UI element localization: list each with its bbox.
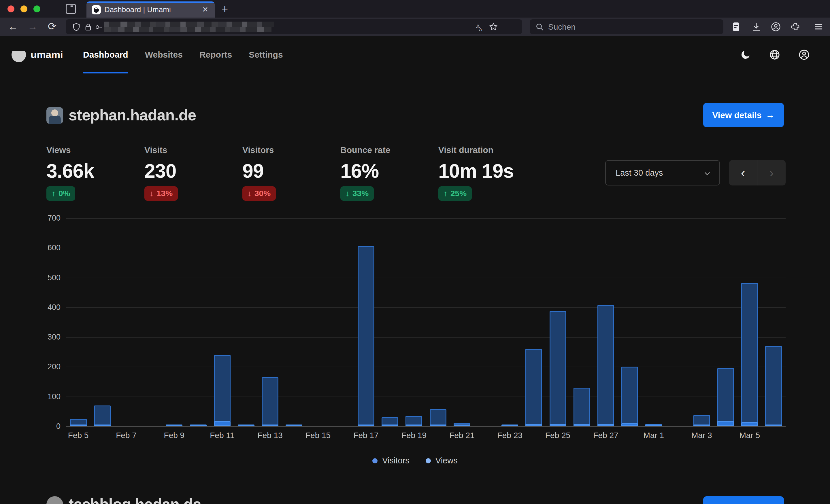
pager-next-button[interactable]: › (757, 160, 786, 186)
new-tab-button[interactable]: + (218, 2, 232, 16)
bar-chart[interactable] (66, 218, 786, 426)
bar-slot-feb-6[interactable] (90, 218, 114, 426)
window-minimize-button[interactable] (21, 5, 27, 12)
bar-slot-feb-27[interactable] (594, 218, 617, 426)
browser-tab[interactable]: Dashboard | Umami ✕ (87, 1, 215, 18)
extension-panel-icon[interactable] (731, 22, 741, 32)
bar-slot-mar-4[interactable] (713, 218, 737, 426)
pager-prev-button[interactable]: ‹ (729, 160, 757, 186)
views-bar[interactable] (741, 283, 758, 426)
bar-slot-feb-8[interactable] (138, 218, 162, 426)
date-range-select[interactable]: Last 30 days (605, 160, 720, 186)
views-bar[interactable] (621, 367, 638, 426)
bar-slot-feb-28[interactable] (618, 218, 642, 426)
nav-item-dashboard[interactable]: Dashboard (83, 36, 128, 73)
bar-slot-mar-6[interactable] (762, 218, 786, 426)
shield-icon[interactable] (72, 23, 81, 32)
views-bar[interactable] (550, 311, 566, 426)
visitors-bar[interactable] (574, 424, 590, 426)
views-bar[interactable] (214, 355, 230, 426)
bar-slot-feb-11[interactable] (210, 218, 234, 426)
visitors-bar[interactable] (286, 425, 302, 426)
visitors-bar[interactable] (765, 425, 782, 426)
bar-slot-mar-1[interactable] (642, 218, 666, 426)
profile-icon[interactable] (798, 49, 810, 61)
view-details-button[interactable]: View details → (703, 103, 784, 127)
legend-item-visitors[interactable]: Visitors (372, 456, 410, 465)
visitors-bar[interactable] (190, 425, 206, 426)
views-bar[interactable] (574, 388, 590, 426)
bar-slot-feb-14[interactable] (282, 218, 306, 426)
visitors-bar[interactable] (693, 425, 710, 426)
visitors-bar[interactable] (621, 423, 638, 426)
visitors-bar[interactable] (262, 425, 278, 426)
views-bar[interactable] (717, 368, 734, 426)
visitors-bar[interactable] (70, 425, 87, 426)
visitors-bar[interactable] (166, 425, 183, 426)
views-bar[interactable] (765, 346, 782, 426)
visitors-bar[interactable] (382, 425, 398, 426)
language-globe-icon[interactable] (769, 49, 780, 61)
visitors-bar[interactable] (454, 425, 470, 426)
tab-close-icon[interactable]: ✕ (202, 1, 209, 18)
visitors-bar[interactable] (550, 424, 566, 426)
lock-icon[interactable] (84, 23, 92, 32)
bar-slot-feb-13[interactable] (258, 218, 282, 426)
visitors-bar[interactable] (717, 421, 734, 426)
bookmark-star-icon[interactable] (489, 22, 498, 31)
bar-slot-mar-3[interactable] (690, 218, 713, 426)
visitors-bar[interactable] (741, 422, 758, 426)
downloads-icon[interactable] (751, 22, 761, 32)
bar-slot-feb-24[interactable] (522, 218, 546, 426)
search-bar[interactable] (530, 19, 723, 34)
bar-slot-feb-10[interactable] (186, 218, 210, 426)
views-bar[interactable] (525, 349, 542, 426)
key-icon[interactable] (95, 23, 103, 32)
bar-slot-feb-23[interactable] (498, 218, 522, 426)
visitors-bar[interactable] (406, 425, 422, 426)
visitors-bar[interactable] (358, 425, 374, 426)
address-bar[interactable]: 文A (66, 19, 522, 34)
views-bar[interactable] (358, 246, 374, 426)
nav-item-websites[interactable]: Websites (145, 36, 183, 73)
bar-slot-feb-19[interactable] (402, 218, 426, 426)
brand-name[interactable]: umami (31, 36, 63, 73)
visitors-bar[interactable] (502, 425, 518, 426)
bar-slot-feb-7[interactable] (114, 218, 138, 426)
bar-slot-feb-17[interactable] (354, 218, 378, 426)
next-view-details-button[interactable]: View details → (703, 496, 784, 504)
reload-button[interactable]: ⟳ (45, 18, 59, 36)
bar-slot-feb-9[interactable] (162, 218, 186, 426)
bar-slot-feb-15[interactable] (306, 218, 330, 426)
sidebar-toggle-icon[interactable] (66, 4, 76, 14)
window-zoom-button[interactable] (33, 5, 40, 12)
visitors-bar[interactable] (214, 421, 230, 426)
translate-icon[interactable]: 文A (476, 23, 484, 31)
account-icon[interactable] (771, 22, 781, 32)
bar-slot-feb-26[interactable] (570, 218, 594, 426)
views-bar[interactable] (598, 305, 614, 426)
window-close-button[interactable] (7, 5, 14, 12)
bar-slot-feb-16[interactable] (330, 218, 354, 426)
theme-moon-icon[interactable] (740, 49, 751, 61)
bar-slot-mar-5[interactable] (738, 218, 762, 426)
visitors-bar[interactable] (525, 424, 542, 426)
nav-item-reports[interactable]: Reports (199, 36, 232, 73)
nav-item-settings[interactable]: Settings (249, 36, 283, 73)
next-website-title[interactable]: techblog.hadan.de (69, 495, 201, 504)
visitors-bar[interactable] (598, 424, 614, 426)
bar-slot-feb-21[interactable] (450, 218, 474, 426)
bar-slot-mar-2[interactable] (666, 218, 690, 426)
umami-logo-icon[interactable] (11, 47, 26, 62)
back-button[interactable]: ← (6, 18, 20, 36)
views-bar[interactable] (262, 377, 278, 426)
bar-slot-feb-25[interactable] (546, 218, 570, 426)
forward-button[interactable]: → (25, 18, 40, 36)
visitors-bar[interactable] (430, 425, 446, 426)
bar-slot-feb-5[interactable] (66, 218, 90, 426)
visitors-bar[interactable] (645, 425, 662, 426)
bar-slot-feb-18[interactable] (378, 218, 402, 426)
search-input[interactable] (548, 21, 710, 33)
extensions-puzzle-icon[interactable] (790, 22, 801, 32)
views-bar[interactable] (94, 405, 111, 426)
